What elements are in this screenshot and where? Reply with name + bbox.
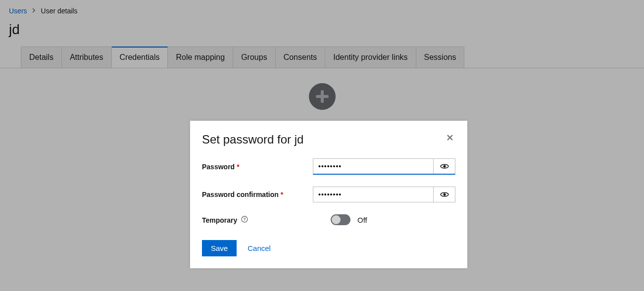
password-label: Password* xyxy=(202,163,313,171)
cancel-button[interactable]: Cancel xyxy=(241,240,278,256)
password-confirmation-input-wrap xyxy=(313,187,455,202)
temporary-state-label: Off xyxy=(357,216,367,224)
password-confirmation-input[interactable] xyxy=(313,187,433,202)
password-input-wrap xyxy=(313,158,455,175)
password-row: Password* xyxy=(202,158,455,175)
password-confirmation-label: Password confirmation* xyxy=(202,191,313,198)
close-icon[interactable] xyxy=(445,133,455,143)
svg-text:?: ? xyxy=(243,217,246,222)
svg-point-0 xyxy=(443,165,446,168)
eye-icon[interactable] xyxy=(433,187,455,202)
modal-title: Set password for jd xyxy=(202,133,303,146)
password-input[interactable] xyxy=(313,159,433,174)
required-asterisk: * xyxy=(281,191,283,198)
svg-point-1 xyxy=(443,194,446,196)
password-confirmation-row: Password confirmation* xyxy=(202,187,455,202)
temporary-row: Temporary ? Off xyxy=(202,214,455,225)
save-button[interactable]: Save xyxy=(202,240,237,256)
eye-icon[interactable] xyxy=(433,159,455,174)
temporary-toggle[interactable] xyxy=(331,214,350,225)
set-password-modal: Set password for jd Password* Password c… xyxy=(190,121,467,268)
help-icon[interactable]: ? xyxy=(241,217,248,224)
toggle-knob xyxy=(332,215,341,224)
temporary-label: Temporary ? xyxy=(202,216,313,224)
required-asterisk: * xyxy=(237,163,239,171)
